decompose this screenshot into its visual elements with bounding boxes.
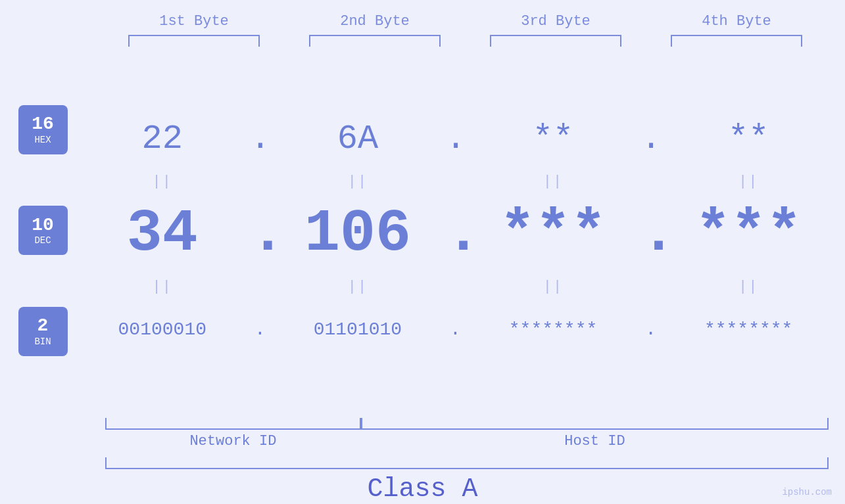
class-label: Class A xyxy=(0,474,845,504)
bracket-host xyxy=(361,418,829,430)
sep-2-3: || xyxy=(487,279,619,295)
hex-badge: 16 HEX xyxy=(18,105,68,154)
dec-value-1: 34 xyxy=(127,200,198,267)
dec-dot-2: . xyxy=(445,200,465,267)
dec-dot-3: . xyxy=(641,200,661,267)
sep-1-4: || xyxy=(683,173,814,190)
dec-badge-label: DEC xyxy=(34,235,51,246)
byte-label-2: 2nd Byte xyxy=(309,13,441,30)
bin-value-2: 01101010 xyxy=(314,319,402,340)
bin-cell-1: 00100010 xyxy=(97,319,228,340)
byte-label-4: 4th Byte xyxy=(671,13,802,30)
bracket-top-2 xyxy=(309,35,441,47)
top-brackets xyxy=(104,35,827,47)
dec-cell-3: *** xyxy=(487,200,619,267)
byte-label-1: 1st Byte xyxy=(128,13,260,30)
sep-row-1: || || || || xyxy=(85,172,825,191)
main-content: 16 HEX 10 DEC 2 BIN 22 . xyxy=(0,53,845,415)
dec-badge: 10 DEC xyxy=(18,206,68,255)
bin-badge-number: 2 xyxy=(37,316,49,336)
bracket-top-4 xyxy=(671,35,802,47)
bin-badge: 2 BIN xyxy=(18,307,68,356)
host-id-label: Host ID xyxy=(361,433,829,449)
hex-data-row: 22 . 6A . ** . ** xyxy=(85,106,825,172)
bin-dot-3: . xyxy=(641,319,661,340)
byte-label-3: 3rd Byte xyxy=(490,13,621,30)
bin-value-3: ******** xyxy=(509,319,597,340)
hex-cell-1: 22 xyxy=(97,120,228,158)
bin-cell-2: 01101010 xyxy=(292,319,423,340)
hex-dot-3: . xyxy=(641,120,661,158)
sep-1-3: || xyxy=(487,173,619,190)
hex-value-1: 22 xyxy=(142,120,183,158)
sep-row-2: || || || || xyxy=(85,277,825,296)
sep-1-2: || xyxy=(292,173,423,190)
id-labels: Network ID Host ID xyxy=(105,433,829,449)
network-id-label: Network ID xyxy=(105,433,361,449)
bin-badge-label: BIN xyxy=(34,336,51,347)
byte-headers-row: 1st Byte 2nd Byte 3rd Byte 4th Byte xyxy=(104,13,827,30)
hex-cell-3: ** xyxy=(487,120,619,158)
dec-dot-1: . xyxy=(250,200,270,267)
bin-dot-2: . xyxy=(445,319,465,340)
bracket-top-3 xyxy=(490,35,621,47)
watermark: ipshu.com xyxy=(782,487,832,497)
hex-dot-2: . xyxy=(445,120,465,158)
sep-2-1: || xyxy=(97,279,228,295)
bottom-section: Network ID Host ID Class A xyxy=(0,418,845,504)
sep-1-1: || xyxy=(97,173,228,190)
bin-dot-1: . xyxy=(250,319,270,340)
dec-value-3: *** xyxy=(500,200,606,267)
dec-data-row: 34 . 106 . *** . *** xyxy=(85,191,825,277)
hex-value-3: ** xyxy=(533,120,573,158)
dec-value-4: *** xyxy=(695,200,802,267)
bin-data-row: 00100010 . 01101010 . ******** . xyxy=(85,296,825,362)
hex-badge-number: 16 xyxy=(32,114,54,135)
hex-cell-2: 6A xyxy=(292,120,423,158)
dec-badge-number: 10 xyxy=(32,216,54,236)
dec-cell-2: 106 xyxy=(292,200,423,267)
dec-cell-1: 34 xyxy=(97,200,228,267)
dec-value-2: 106 xyxy=(304,200,411,267)
bracket-top-1 xyxy=(128,35,260,47)
bracket-network xyxy=(105,418,361,430)
bin-cell-3: ******** xyxy=(487,319,619,340)
big-bracket xyxy=(105,457,829,469)
dec-cell-4: *** xyxy=(683,200,814,267)
big-bracket-row xyxy=(105,457,829,469)
hex-cell-4: ** xyxy=(683,120,814,158)
sep-2-2: || xyxy=(292,279,423,295)
hex-dot-1: . xyxy=(250,120,270,158)
hex-badge-label: HEX xyxy=(34,135,51,145)
hex-value-2: 6A xyxy=(337,120,378,158)
bin-cell-4: ******** xyxy=(683,319,814,340)
bin-value-4: ******** xyxy=(704,319,792,340)
bottom-brackets xyxy=(105,418,829,430)
sep-2-4: || xyxy=(683,279,814,295)
base-badges: 16 HEX 10 DEC 2 BIN xyxy=(0,80,85,382)
hex-value-4: ** xyxy=(728,120,769,158)
bin-value-1: 00100010 xyxy=(118,319,206,340)
main-container: 1st Byte 2nd Byte 3rd Byte 4th Byte 16 H… xyxy=(0,0,845,504)
data-grid: 22 . 6A . ** . ** xyxy=(85,106,825,362)
